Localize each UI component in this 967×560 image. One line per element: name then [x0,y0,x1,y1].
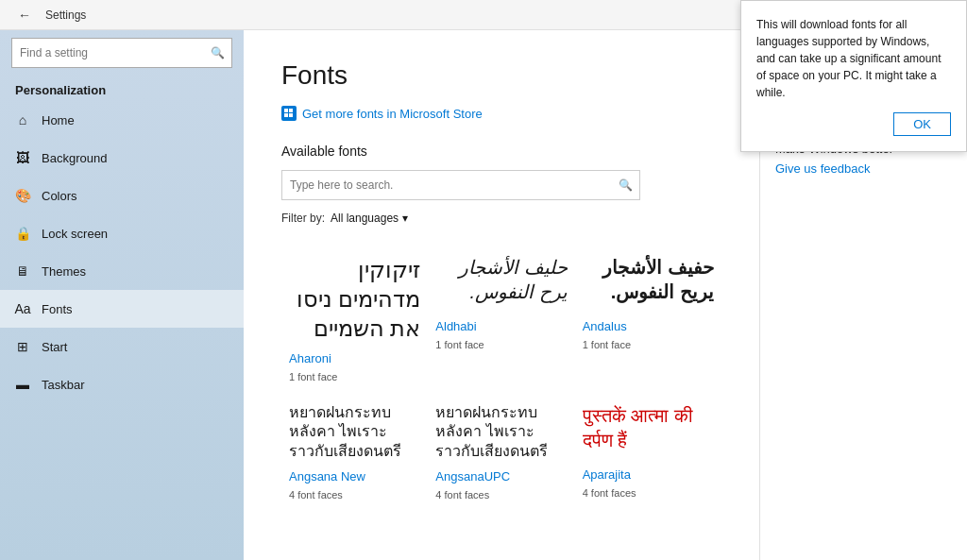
sidebar-item-label-lock-screen: Lock screen [42,227,108,241]
tooltip-ok-button[interactable]: OK [893,112,951,136]
sidebar-item-label-background: Background [42,151,107,165]
font-name-angsanaupc[interactable]: AngsanaUPC [435,469,567,484]
sidebar-item-colors[interactable]: 🎨 Colors [0,177,244,214]
page-title: Fonts [281,60,721,91]
svg-rect-0 [284,109,288,112]
sidebar-item-taskbar[interactable]: ▬ Taskbar [0,365,244,403]
font-preview-aharoni: זיקוקין מדהימים ניסו את השמיים [289,255,420,344]
fonts-grid: זיקוקין מדהימים ניסו את השמיים Aharoni 1… [281,244,721,510]
font-search-container: 🔍 [281,170,640,200]
sidebar-search-container: 🔍 [11,38,232,68]
sidebar-item-home[interactable]: ⌂ Home [0,101,244,139]
sidebar-item-label-colors: Colors [42,189,77,203]
store-link[interactable]: Get more fonts in Microsoft Store [281,106,721,121]
font-search-input[interactable] [281,170,640,200]
sidebar-item-fonts[interactable]: Aa Fonts [0,290,244,328]
search-icon: 🔍 [211,46,225,59]
font-name-angsana-new[interactable]: Angsana New [289,469,420,484]
app-body: 🔍 Personalization ⌂ Home 🖼 Background 🎨 … [0,30,967,560]
font-name-andalus[interactable]: Andalus [583,319,714,333]
font-cell-andalus: حفيف الأشجار يريح النفوس. Andalus 1 font… [575,244,721,392]
lock-screen-icon: 🔒 [15,226,30,241]
store-link-label: Get more fonts in Microsoft Store [302,107,483,121]
svg-rect-2 [284,113,288,117]
svg-rect-3 [289,113,293,117]
font-preview-andalus: حفيف الأشجار يريح النفوس. [583,255,714,312]
tooltip-popup: This will download fonts for all languag… [759,30,967,152]
font-faces-angsana-new: 4 font faces [289,489,343,501]
font-preview-angsanaupc: หยาดฝนกระทบหลังคา ไพเราะราวกับเสียงดนตรี [435,403,567,462]
sidebar-item-label-start: Start [42,340,67,354]
sidebar-item-label-taskbar: Taskbar [42,378,85,392]
back-button[interactable]: ← [11,2,38,28]
colors-icon: 🎨 [15,188,30,203]
available-fonts-label: Available fonts [281,144,721,159]
font-preview-angsana-new: หยาดฝนกระทบหลังคา ไพเราะราวกับเสียงดนตรี [289,403,420,462]
font-faces-aparajita: 4 font faces [583,487,636,499]
font-search-icon: 🔍 [619,178,633,192]
font-preview-aparajita: पुस्तकें आत्मा की दर्पण हैं [583,403,714,460]
font-cell-aharoni: זיקוקין מדהימים ניסו את השמיים Aharoni 1… [281,244,428,392]
font-faces-andalus: 1 font face [583,339,631,350]
home-icon: ⌂ [15,112,30,127]
sidebar-item-label-home: Home [42,113,75,127]
sidebar-item-lock-screen[interactable]: 🔒 Lock screen [0,214,244,252]
font-faces-angsanaupc: 4 font faces [435,489,489,501]
filter-value: All languages [331,212,399,225]
fonts-icon: Aa [15,301,30,316]
start-icon: ⊞ [15,339,30,354]
font-faces-aldhabi: 1 font face [435,339,484,350]
themes-icon: 🖥 [15,263,30,279]
font-cell-angsanaupc: หยาดฝนกระทบหลังคา ไพเราะราวกับเสียงดนตรี… [428,392,574,510]
filter-bar: Filter by: All languages ▾ [281,212,721,225]
sidebar-item-background[interactable]: 🖼 Background [0,139,244,177]
sidebar: 🔍 Personalization ⌂ Home 🖼 Background 🎨 … [0,30,244,560]
titlebar-title: Settings [45,8,86,22]
font-name-aparajita[interactable]: Aparajita [583,467,714,482]
feedback-link[interactable]: Give us feedback [775,161,952,176]
sidebar-section-title: Personalization [0,76,244,101]
titlebar-left: ← Settings [11,2,86,28]
font-cell-angsana-new: หยาดฝนกระทบหลังคา ไพเราะราวกับเสียงดนตรี… [281,392,428,510]
search-input[interactable] [11,38,232,68]
font-cell-aldhabi: حليف الأشجار يرح النفوس. Aldhabi 1 font … [428,244,574,392]
tooltip-text: This will download fonts for all languag… [759,30,951,101]
store-icon [281,106,297,121]
font-cell-aparajita: पुस्तकें आत्मा की दर्पण हैं Aparajita 4 … [575,392,721,510]
sidebar-item-label-fonts: Fonts [42,302,73,316]
filter-dropdown[interactable]: All languages ▾ [331,212,408,225]
background-icon: 🖼 [15,150,30,165]
sidebar-item-label-themes: Themes [42,264,86,279]
sidebar-item-themes[interactable]: 🖥 Themes [0,252,244,290]
svg-rect-1 [289,109,293,112]
chevron-down-icon: ▾ [402,212,408,225]
taskbar-icon: ▬ [15,377,30,392]
font-preview-aldhabi: حليف الأشجار يرح النفوس. [435,255,567,312]
filter-label: Filter by: [281,212,325,225]
font-faces-aharoni: 1 font face [289,371,337,382]
font-name-aharoni[interactable]: Aharoni [289,351,420,365]
font-name-aldhabi[interactable]: Aldhabi [435,319,567,333]
right-panel: This will download fonts for all languag… [759,30,967,560]
main-content: Fonts Get more fonts in Microsoft Store … [244,30,759,560]
sidebar-item-start[interactable]: ⊞ Start [0,328,244,365]
